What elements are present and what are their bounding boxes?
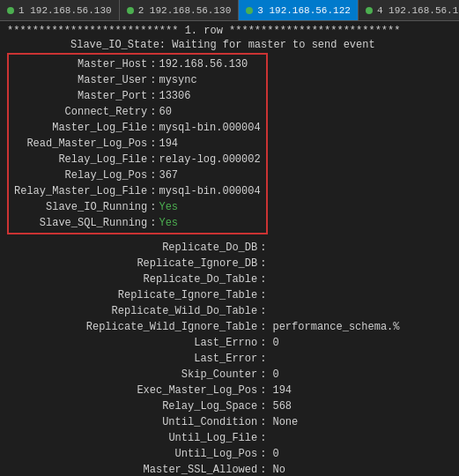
field-value: 60 bbox=[157, 104, 262, 120]
table-row: Until_Log_Pos:0 bbox=[7, 446, 459, 462]
field-value bbox=[270, 240, 459, 256]
colon-separator: : bbox=[259, 446, 270, 462]
table-row: Read_Master_Log_Pos:194 bbox=[12, 136, 263, 152]
colon-separator: : bbox=[149, 167, 157, 183]
tab-label-1: 1 192.168.56.130 bbox=[19, 5, 112, 16]
field-value: 0 bbox=[270, 446, 459, 462]
field-value: performance_schema.% bbox=[270, 319, 459, 335]
colon-separator: : bbox=[259, 462, 270, 476]
field-label: Master_User bbox=[12, 72, 149, 88]
tab-bar: 1 192.168.56.1302 192.168.56.1303 192.16… bbox=[0, 0, 459, 21]
field-value: mysync bbox=[157, 72, 262, 88]
table-row: Last_Error: bbox=[7, 351, 459, 367]
field-label: Until_Log_File bbox=[7, 430, 259, 446]
table-row: Relay_Log_Space:568 bbox=[7, 398, 459, 414]
table-row: Replicate_Wild_Ignore_Table:performance_… bbox=[7, 319, 459, 335]
colon-separator: : bbox=[149, 72, 157, 88]
field-value: Yes bbox=[157, 199, 262, 215]
colon-separator: : bbox=[259, 398, 270, 414]
colon-separator: : bbox=[259, 287, 270, 303]
colon-separator: : bbox=[259, 335, 270, 351]
table-row: Replicate_Ignore_Table: bbox=[7, 287, 459, 303]
tab-label-4: 4 192.168.56.1 bbox=[377, 5, 458, 16]
table-row: Until_Log_File: bbox=[7, 430, 459, 446]
colon-separator: : bbox=[149, 104, 157, 120]
tab-label-2: 2 192.168.56.130 bbox=[138, 5, 232, 16]
colon-separator: : bbox=[259, 430, 270, 446]
field-label: Until_Log_Pos bbox=[7, 446, 259, 462]
field-value: Yes bbox=[157, 215, 262, 231]
field-value bbox=[270, 287, 459, 303]
highlighted-fields-box: Master_Host:192.168.56.130Master_User:my… bbox=[7, 53, 268, 234]
field-value bbox=[270, 303, 459, 319]
field-value: No bbox=[270, 462, 459, 476]
tab-4[interactable]: 4 192.168.56.1 bbox=[359, 0, 459, 20]
table-row: Replicate_Do_DB: bbox=[7, 240, 459, 256]
field-label: Replicate_Ignore_Table bbox=[7, 287, 259, 303]
colon-separator: : bbox=[149, 120, 157, 136]
field-label: Relay_Master_Log_File bbox=[12, 183, 149, 199]
field-label: Replicate_Wild_Ignore_Table bbox=[7, 319, 259, 335]
colon-separator: : bbox=[259, 319, 270, 335]
tab-2[interactable]: 2 192.168.56.130 bbox=[120, 0, 240, 20]
tab-label-3: 3 192.168.56.122 bbox=[257, 5, 351, 16]
field-label: Master_Log_File bbox=[12, 120, 149, 136]
field-value bbox=[270, 256, 459, 271]
table-row: Master_Log_File:mysql-bin.000004 bbox=[12, 120, 263, 136]
colon-separator: : bbox=[149, 183, 157, 199]
table-row: Master_SSL_Allowed:No bbox=[7, 462, 459, 476]
tab-1[interactable]: 1 192.168.56.130 bbox=[0, 0, 120, 20]
field-label: Replicate_Ignore_DB bbox=[7, 256, 259, 271]
colon-separator: : bbox=[259, 367, 270, 383]
field-label: Slave_SQL_Running bbox=[12, 215, 149, 231]
table-row: Relay_Log_Pos:367 bbox=[12, 167, 263, 183]
field-label: Relay_Log_File bbox=[12, 152, 149, 167]
field-label: Until_Condition bbox=[7, 414, 259, 430]
field-value: 0 bbox=[270, 367, 459, 383]
colon-separator: : bbox=[259, 383, 270, 398]
field-value bbox=[270, 351, 459, 367]
field-value bbox=[270, 271, 459, 287]
table-row: Master_Host:192.168.56.130 bbox=[12, 56, 263, 72]
table-row: Replicate_Do_Table: bbox=[7, 271, 459, 287]
field-label: Slave_IO_Running bbox=[12, 199, 149, 215]
tab-dot-1 bbox=[7, 7, 14, 14]
tab-dot-4 bbox=[366, 7, 373, 14]
table-row: Master_Port:13306 bbox=[12, 88, 263, 104]
field-label: Replicate_Wild_Do_Table bbox=[7, 303, 259, 319]
colon-separator: : bbox=[259, 303, 270, 319]
field-value: 367 bbox=[157, 167, 262, 183]
field-label: Skip_Counter bbox=[7, 367, 259, 383]
field-value: 13306 bbox=[157, 88, 262, 104]
field-label: Connect_Retry bbox=[12, 104, 149, 120]
colon-separator: : bbox=[259, 256, 270, 271]
colon-separator: : bbox=[149, 199, 157, 215]
field-label: Last_Error bbox=[7, 351, 259, 367]
table-row: Relay_Master_Log_File:mysql-bin.000004 bbox=[12, 183, 263, 199]
colon-separator: : bbox=[149, 56, 157, 72]
field-value: 568 bbox=[270, 398, 459, 414]
field-label: Relay_Log_Pos bbox=[12, 167, 149, 183]
colon-separator: : bbox=[149, 88, 157, 104]
field-value: 194 bbox=[157, 136, 262, 152]
field-label: Exec_Master_Log_Pos bbox=[7, 383, 259, 398]
colon-separator: : bbox=[149, 215, 157, 231]
table-row: Exec_Master_Log_Pos:194 bbox=[7, 383, 459, 398]
field-value bbox=[270, 430, 459, 446]
slave-io-state-row: Slave_IO_State: Waiting for master to se… bbox=[4, 39, 455, 51]
field-value: relay-log.000002 bbox=[157, 152, 262, 167]
colon-separator: : bbox=[259, 240, 270, 256]
table-row: Last_Errno:0 bbox=[7, 335, 459, 351]
table-row: Replicate_Wild_Do_Table: bbox=[7, 303, 459, 319]
field-value: 194 bbox=[270, 383, 459, 398]
table-row: Slave_IO_Running:Yes bbox=[12, 199, 263, 215]
colon-separator: : bbox=[149, 136, 157, 152]
tab-3[interactable]: 3 192.168.56.122 bbox=[239, 0, 359, 20]
field-label: Replicate_Do_DB bbox=[7, 240, 259, 256]
field-label: Replicate_Do_Table bbox=[7, 271, 259, 287]
field-value: 0 bbox=[270, 335, 459, 351]
field-value: 192.168.56.130 bbox=[157, 56, 262, 72]
row-header: *************************** 1. row *****… bbox=[4, 23, 455, 39]
colon-separator: : bbox=[259, 351, 270, 367]
field-label: Relay_Log_Space bbox=[7, 398, 259, 414]
